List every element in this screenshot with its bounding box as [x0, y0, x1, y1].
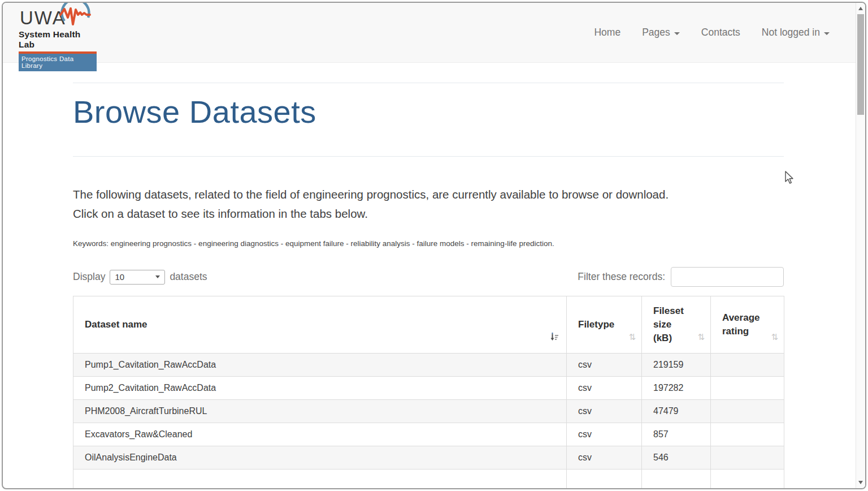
table-row[interactable]: OilAnalysisEngineData csv 546	[73, 446, 784, 470]
cell-average-rating	[711, 377, 784, 400]
cell-fileset-size: 47479	[642, 400, 711, 423]
cell-dataset-name: PHM2008_AircraftTurbineRUL	[73, 400, 567, 423]
filter-control: Filter these records:	[578, 267, 784, 287]
mouse-cursor-icon	[784, 171, 795, 188]
cell-dataset-name	[73, 470, 567, 490]
filter-input[interactable]	[671, 267, 784, 287]
table-row[interactable]: Pump1_Cavitation_RawAccData csv 219159	[73, 354, 784, 377]
cell-average-rating	[711, 354, 784, 377]
cell-filetype	[567, 470, 642, 490]
cell-filetype: csv	[567, 423, 642, 446]
page-size-select[interactable]: 10	[110, 270, 165, 285]
divider	[73, 156, 784, 157]
cell-average-rating	[711, 423, 784, 446]
column-header-fileset-size[interactable]: Fileset size (kB) ⇅	[642, 296, 711, 354]
nav-item-home[interactable]: Home	[594, 27, 620, 38]
vertical-scrollbar[interactable]	[856, 3, 865, 488]
nav-item-login[interactable]: Not logged in	[762, 27, 830, 38]
select-caret-icon	[155, 275, 160, 278]
scrollbar-thumb[interactable]	[857, 14, 864, 115]
column-header-dataset-name[interactable]: Dataset name	[73, 296, 567, 354]
column-header-filetype[interactable]: Filetype ⇅	[567, 296, 642, 354]
table-header-row: Dataset name	[73, 296, 784, 354]
sort-ascending-icon	[550, 331, 559, 345]
nav-item-contacts[interactable]: Contacts	[701, 27, 740, 38]
table-row[interactable]: PHM2008_AircraftTurbineRUL csv 47479	[73, 400, 784, 423]
divider	[73, 83, 784, 83]
datasets-table: Dataset name	[73, 296, 784, 489]
scroll-down-icon	[858, 481, 863, 484]
logo-subtitle: System Health Lab	[19, 29, 97, 50]
cell-filetype: csv	[567, 354, 642, 377]
cell-filetype: csv	[567, 446, 642, 470]
sort-both-icon: ⇅	[697, 330, 705, 344]
site-logo[interactable]: UWA System Health Lab Prognostics Data L…	[19, 2, 97, 71]
display-label: Display	[73, 271, 105, 283]
cell-dataset-name: Excavators_Raw&Cleaned	[73, 423, 567, 446]
page-size-value: 10	[115, 272, 124, 282]
nav-menu: Home Pages Contacts Not logged in	[594, 27, 830, 38]
intro-line-2: Click on a dataset to see its informatio…	[73, 204, 784, 223]
caret-down-icon	[824, 32, 830, 35]
column-header-average-rating[interactable]: Average rating ⇅	[711, 296, 784, 354]
nav-item-pages[interactable]: Pages	[642, 27, 680, 38]
sort-both-icon: ⇅	[771, 330, 778, 344]
filter-label: Filter these records:	[578, 271, 665, 283]
sort-both-icon: ⇅	[628, 330, 636, 344]
browser-viewport: UWA System Health Lab Prognostics Data L…	[2, 2, 866, 489]
main-content: Browse Datasets The following datasets, …	[73, 63, 784, 489]
page-title: Browse Datasets	[73, 93, 784, 130]
cell-average-rating	[711, 446, 784, 470]
keywords-text: Keywords: engineering prognostics - engi…	[73, 239, 784, 248]
display-length-control: Display 10 datasets	[73, 270, 207, 285]
waveform-circle-icon	[57, 2, 92, 31]
cell-average-rating	[711, 470, 784, 490]
cell-fileset-size: 197282	[642, 377, 711, 400]
scroll-up-icon	[858, 7, 863, 10]
cell-dataset-name: OilAnalysisEngineData	[73, 446, 567, 470]
cell-dataset-name: Pump2_Cavitation_RawAccData	[73, 377, 567, 400]
scroll-up-button[interactable]	[856, 4, 865, 13]
scroll-down-button[interactable]	[856, 478, 865, 487]
display-suffix: datasets	[170, 271, 207, 283]
cell-average-rating	[711, 400, 784, 423]
table-row[interactable]: Excavators_Raw&Cleaned csv 857	[73, 423, 784, 446]
table-row[interactable]: Pump2_Cavitation_RawAccData csv 197282	[73, 377, 784, 400]
logo-top: UWA	[19, 2, 97, 28]
table-controls: Display 10 datasets Filter these records…	[73, 267, 784, 287]
table-row-partial[interactable]	[73, 470, 784, 490]
cell-fileset-size: 857	[642, 423, 711, 446]
intro-line-1: The following datasets, related to the f…	[73, 185, 784, 204]
cell-filetype: csv	[567, 377, 642, 400]
cell-fileset-size	[642, 470, 711, 490]
cell-dataset-name: Pump1_Cavitation_RawAccData	[73, 354, 567, 377]
intro-paragraph: The following datasets, related to the f…	[73, 185, 784, 223]
navbar: UWA System Health Lab Prognostics Data L…	[3, 3, 856, 63]
caret-down-icon	[674, 32, 680, 35]
cell-filetype: csv	[567, 400, 642, 423]
cell-fileset-size: 219159	[642, 354, 711, 377]
cell-fileset-size: 546	[642, 446, 711, 470]
